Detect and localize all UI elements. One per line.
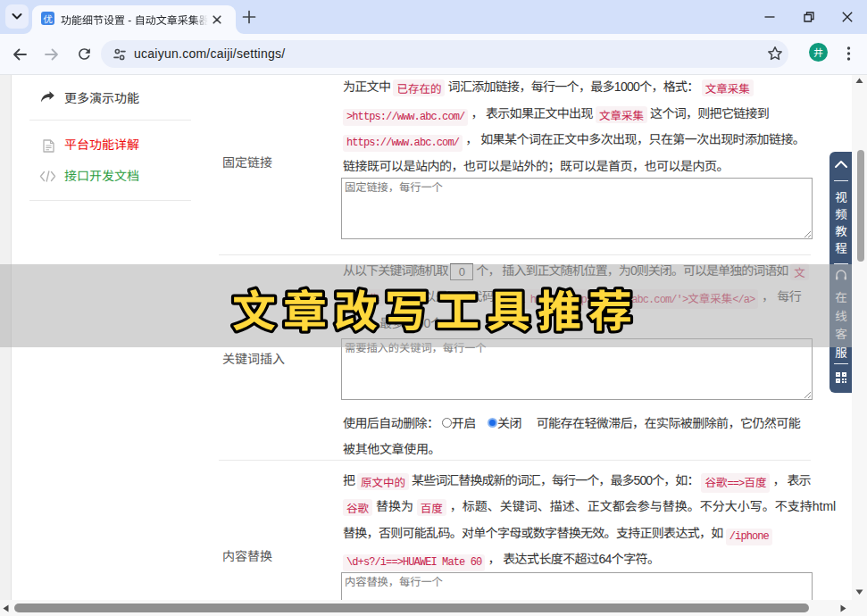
svg-text:文章改写工具推荐: 文章改写工具推荐 <box>232 276 639 339</box>
